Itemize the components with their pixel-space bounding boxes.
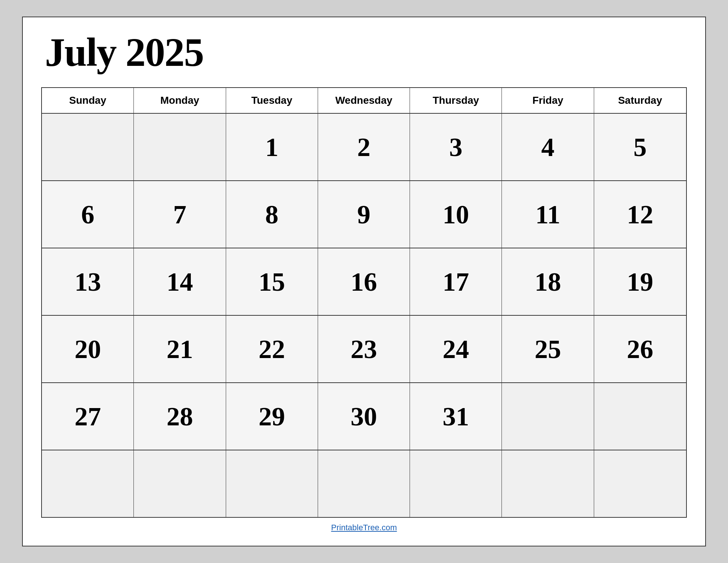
day-number: 4 (541, 134, 554, 160)
weeks-container: 1234567891011121314151617181920212223242… (42, 114, 686, 517)
day-number: 21 (167, 336, 193, 362)
day-number: 12 (627, 201, 653, 228)
calendar-grid: SundayMondayTuesdayWednesdayThursdayFrid… (41, 87, 687, 518)
day-cell: 27 (42, 383, 134, 450)
day-cell (318, 450, 410, 517)
day-cell: 28 (134, 383, 226, 450)
day-number: 9 (357, 201, 370, 228)
day-number: 30 (350, 403, 377, 430)
day-cell (42, 450, 134, 517)
day-number: 6 (81, 201, 94, 228)
day-cell: 1 (226, 114, 318, 180)
day-cell: 4 (502, 114, 594, 180)
day-number: 15 (258, 269, 285, 295)
day-cell: 25 (502, 316, 594, 382)
day-cell: 24 (410, 316, 502, 382)
week-row-4: 20212223242526 (42, 316, 686, 383)
day-cell: 22 (226, 316, 318, 382)
day-number: 13 (75, 269, 101, 295)
day-cell (502, 450, 594, 517)
day-number: 7 (173, 201, 186, 228)
day-number: 25 (535, 336, 561, 362)
day-headers-row: SundayMondayTuesdayWednesdayThursdayFrid… (42, 88, 686, 114)
day-number: 20 (75, 336, 101, 362)
day-number: 27 (75, 403, 101, 430)
day-cell: 10 (410, 181, 502, 248)
day-cell: 26 (594, 316, 686, 382)
day-cell: 15 (226, 248, 318, 315)
day-number: 26 (627, 336, 653, 362)
day-header-monday: Monday (134, 88, 226, 113)
day-number: 5 (634, 134, 647, 160)
day-number: 2 (357, 134, 370, 160)
day-cell: 12 (594, 181, 686, 248)
day-cell: 11 (502, 181, 594, 248)
day-cell: 14 (134, 248, 226, 315)
day-cell: 6 (42, 181, 134, 248)
day-number: 1 (265, 134, 278, 160)
day-cell (502, 383, 594, 450)
day-cell: 19 (594, 248, 686, 315)
calendar-page: July 2025 SundayMondayTuesdayWednesdayTh… (22, 17, 706, 546)
day-number: 23 (350, 336, 377, 362)
day-number: 24 (443, 336, 469, 362)
footer-link[interactable]: PrintableTree.com (331, 523, 397, 532)
day-cell: 5 (594, 114, 686, 180)
day-cell: 8 (226, 181, 318, 248)
day-number: 22 (258, 336, 285, 362)
day-cell: 18 (502, 248, 594, 315)
day-header-wednesday: Wednesday (318, 88, 410, 113)
week-row-3: 13141516171819 (42, 248, 686, 316)
day-number: 14 (167, 269, 193, 295)
day-header-saturday: Saturday (594, 88, 686, 113)
day-number: 19 (627, 269, 653, 295)
day-number: 11 (535, 201, 560, 228)
day-header-thursday: Thursday (410, 88, 502, 113)
day-number: 31 (443, 403, 469, 430)
day-cell (226, 450, 318, 517)
day-number: 16 (350, 269, 377, 295)
day-cell: 17 (410, 248, 502, 315)
day-cell: 3 (410, 114, 502, 180)
day-cell: 30 (318, 383, 410, 450)
footer: PrintableTree.com (41, 518, 687, 535)
day-cell (134, 114, 226, 180)
day-number: 28 (167, 403, 193, 430)
day-cell: 9 (318, 181, 410, 248)
day-cell (42, 114, 134, 180)
day-cell: 13 (42, 248, 134, 315)
day-cell: 21 (134, 316, 226, 382)
week-row-1: 12345 (42, 114, 686, 181)
day-cell (410, 450, 502, 517)
day-number: 10 (443, 201, 469, 228)
day-number: 3 (449, 134, 463, 160)
week-row-5: 2728293031 (42, 383, 686, 450)
day-number: 29 (258, 403, 285, 430)
day-cell: 29 (226, 383, 318, 450)
day-cell (594, 383, 686, 450)
day-cell: 20 (42, 316, 134, 382)
day-number: 17 (443, 269, 469, 295)
calendar-title: July 2025 (41, 32, 687, 72)
day-cell: 2 (318, 114, 410, 180)
day-cell (594, 450, 686, 517)
week-row-2: 6789101112 (42, 181, 686, 248)
day-cell: 16 (318, 248, 410, 315)
day-header-friday: Friday (502, 88, 594, 113)
day-header-sunday: Sunday (42, 88, 134, 113)
day-cell: 7 (134, 181, 226, 248)
day-cell (134, 450, 226, 517)
day-cell: 23 (318, 316, 410, 382)
day-header-tuesday: Tuesday (226, 88, 318, 113)
day-number: 18 (535, 269, 561, 295)
week-row-6 (42, 450, 686, 517)
day-cell: 31 (410, 383, 502, 450)
day-number: 8 (265, 201, 278, 228)
